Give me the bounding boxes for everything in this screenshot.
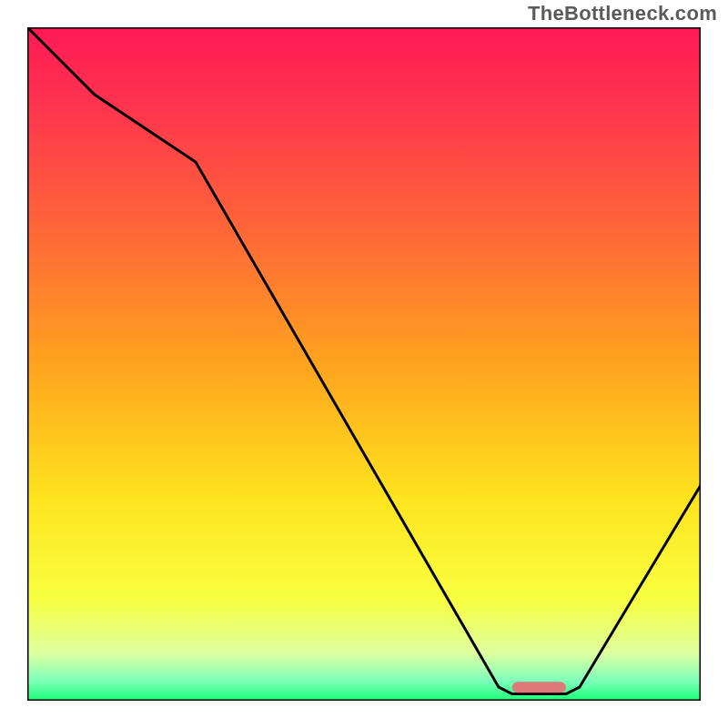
watermark-text: TheBottleneck.com	[528, 2, 717, 25]
plot-background	[27, 27, 701, 701]
optimal-marker	[512, 682, 566, 693]
chart-svg	[27, 27, 701, 701]
plot-area	[27, 27, 701, 701]
chart-container: TheBottleneck.com	[0, 0, 728, 728]
